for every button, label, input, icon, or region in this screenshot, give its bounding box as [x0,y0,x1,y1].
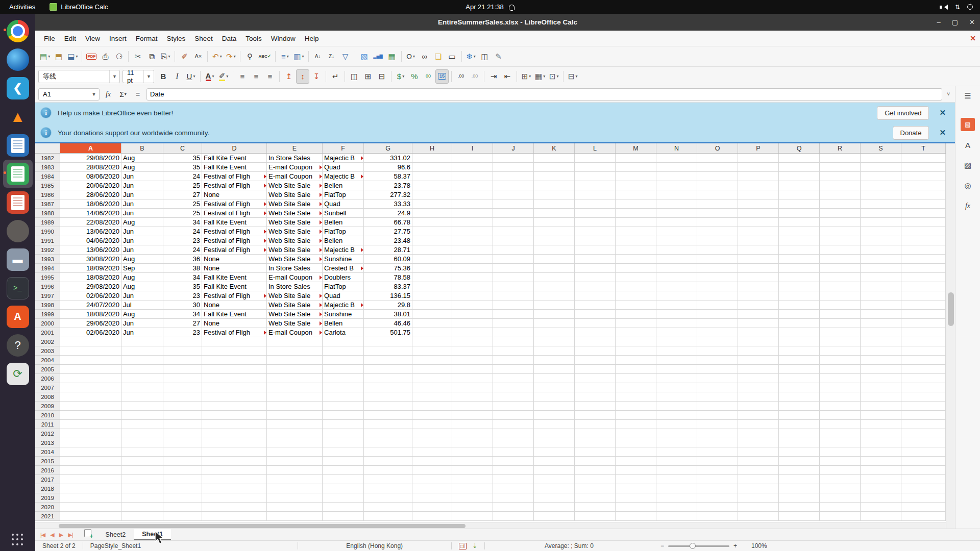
cell-T1993[interactable] [901,255,946,264]
cell-D2003[interactable] [202,346,267,356]
cell-K2008[interactable] [534,392,575,402]
cell-Q2016[interactable] [779,466,820,475]
calc-dock-icon[interactable] [3,160,33,188]
cell-T1998[interactable] [901,300,946,310]
row-header-2009[interactable]: 2009 [35,402,60,411]
cell-J1987[interactable] [493,199,534,209]
cell-D1988[interactable]: Festival of Fligh [202,209,267,218]
cell-F2014[interactable] [323,447,364,457]
column-header-F[interactable]: F [323,143,364,153]
dropdown-caret-icon[interactable]: ▾ [287,54,289,59]
cell-E2015[interactable] [267,457,323,466]
cell-L2012[interactable] [575,429,616,438]
chevron-down-icon[interactable]: ▼ [143,70,154,83]
cell-F1989[interactable]: Bellen [323,218,364,227]
cell-S1988[interactable] [861,209,901,218]
cell-B2016[interactable] [121,466,163,475]
cell-J1999[interactable] [493,310,534,319]
menu-styles[interactable]: Styles [162,33,190,44]
cell-P1985[interactable] [738,181,779,190]
cell-A2014[interactable] [60,447,121,457]
cell-S2001[interactable] [861,328,901,337]
cell-L1990[interactable] [575,227,616,236]
underline-button[interactable]: U▾ [184,69,198,84]
cell-I1982[interactable] [452,154,493,163]
cell-S2011[interactable] [861,420,901,429]
center-vertically-button[interactable]: ↕ [296,69,309,84]
cell-L1989[interactable] [575,218,616,227]
cell-T2018[interactable] [901,484,946,493]
cell-F2020[interactable] [323,503,364,512]
cell-C1984[interactable]: 24 [163,172,202,181]
cell-O2016[interactable] [697,466,738,475]
cell-L2002[interactable] [575,337,616,346]
cell-F1992[interactable]: Majectic B [323,245,364,255]
cell-T2009[interactable] [901,402,946,411]
row-header-1990[interactable]: 1990 [35,227,60,236]
font-name-combo[interactable]: 等线 ▼ [38,70,120,83]
column-headers[interactable]: ABCDEFGHIJKLMNOPQRST [35,143,946,154]
cell-H1985[interactable] [412,181,452,190]
column-header-M[interactable]: M [616,143,656,153]
cell-B1985[interactable]: Jun [121,181,163,190]
cell-K1993[interactable] [534,255,575,264]
cell-L2000[interactable] [575,319,616,328]
cell-S1994[interactable] [861,264,901,273]
cell-K2002[interactable] [534,337,575,346]
dropdown-caret-icon[interactable]: ▾ [575,74,577,79]
cell-R2004[interactable] [820,356,861,365]
expand-formula-bar-button[interactable]: ˅ [945,91,952,97]
align-center-button[interactable]: ≡ [250,69,263,84]
cell-E1992[interactable]: Web Site Sale [267,245,323,255]
cell-D1997[interactable]: Festival of Fligh [202,291,267,300]
cell-O2001[interactable] [697,328,738,337]
cell-I1993[interactable] [452,255,493,264]
cell-E1998[interactable]: Web Site Sale [267,300,323,310]
cell-I2001[interactable] [452,328,493,337]
cell-Q2004[interactable] [779,356,820,365]
cell-I1994[interactable] [452,264,493,273]
cell-O1985[interactable] [697,181,738,190]
cell-I2015[interactable] [452,457,493,466]
cell-K1994[interactable] [534,264,575,273]
cell-D1994[interactable]: None [202,264,267,273]
menu-insert[interactable]: Insert [105,33,131,44]
sheet-tab-sheet2[interactable]: Sheet2 [97,529,134,540]
cell-J2006[interactable] [493,374,534,383]
cell-P2005[interactable] [738,365,779,374]
cell-F1994[interactable]: Crested B [323,264,364,273]
cell-E1988[interactable]: Web Site Sale [267,209,323,218]
cell-J2016[interactable] [493,466,534,475]
cell-S2009[interactable] [861,402,901,411]
cell-E1983[interactable]: E-mail Coupon [267,163,323,172]
sort-descending-button[interactable]: Z↓ [325,49,338,64]
cell-D2015[interactable] [202,457,267,466]
cell-M2017[interactable] [616,475,656,484]
cell-O2007[interactable] [697,383,738,392]
sheet-position-label[interactable]: Sheet 2 of 2 [35,542,83,549]
cell-Q1995[interactable] [779,273,820,282]
cell-Q1999[interactable] [779,310,820,319]
cell-H1983[interactable] [412,163,452,172]
bold-button[interactable]: B [157,69,170,84]
cell-I1999[interactable] [452,310,493,319]
special-character-button[interactable]: Ω▾ [404,49,418,64]
cell-C1992[interactable]: 24 [163,245,202,255]
writer-dock-icon[interactable] [3,131,33,159]
cell-K2019[interactable] [534,493,575,503]
cell-J1997[interactable] [493,291,534,300]
cell-I2019[interactable] [452,493,493,503]
cell-L2001[interactable] [575,328,616,337]
cell-K1986[interactable] [534,190,575,199]
cell-E2011[interactable] [267,420,323,429]
cell-R2020[interactable] [820,503,861,512]
cell-D1986[interactable]: None [202,190,267,199]
cell-C2008[interactable] [163,392,202,402]
cell-S2014[interactable] [861,447,901,457]
cell-N1991[interactable] [656,236,697,245]
cell-Q2020[interactable] [779,503,820,512]
first-sheet-button[interactable]: |◀ [40,532,45,538]
cell-J1996[interactable] [493,282,534,291]
cell-H1998[interactable] [412,300,452,310]
cell-A1982[interactable]: 29/08/2020 [60,154,121,163]
